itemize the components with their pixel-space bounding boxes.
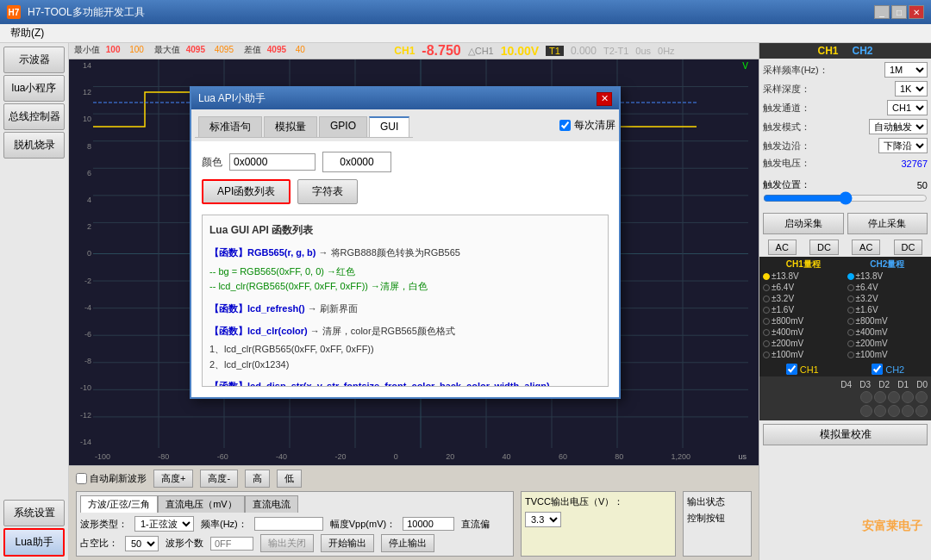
app-icon: H7 <box>7 5 21 19</box>
ac-button-ch1[interactable]: AC <box>768 240 797 255</box>
ch1-checkbox[interactable] <box>786 364 797 375</box>
lua-api-dialog: Lua API小助手 ✕ 标准语句 模拟量 GPIO GUI 每次清屏 颜色 <box>190 86 621 399</box>
dc-button-ch2[interactable]: DC <box>894 240 923 255</box>
close-button[interactable]: ✕ <box>909 5 924 19</box>
bottom-row1: 自动刷新波形 高度+ 高度- 高 低 <box>76 470 752 488</box>
sidebar: 示波器 lua小程序 总线控制器 脱机烧录 系统设置 Lua助手 <box>0 43 69 560</box>
minimize-button[interactable]: _ <box>874 5 890 19</box>
auto-refresh-checkbox[interactable] <box>76 473 87 484</box>
ch2-checkbox[interactable] <box>872 364 883 375</box>
start-acquire-button[interactable]: 启动采集 <box>763 213 844 234</box>
right-settings: 采样频率(Hz)： 1M500K100K 采样深度： 1K4K 触发通道： CH… <box>759 59 931 177</box>
menu-bar: 帮助(Z) <box>0 24 931 43</box>
sample-rate-select[interactable]: 1M500K100K <box>884 62 928 78</box>
modal-buttons: API函数列表 字符表 <box>202 179 609 204</box>
modal-tab-standard[interactable]: 标准语句 <box>198 116 262 137</box>
trigger-mode-select[interactable]: 自动触发 <box>869 119 928 134</box>
height-plus-button[interactable]: 高度+ <box>153 470 193 488</box>
modal-tabs: 标准语句 模拟量 GPIO GUI <box>195 113 413 138</box>
d1-dot-1 <box>902 391 914 403</box>
wave-tab-square[interactable]: 方波/正弦/三角 <box>80 495 158 513</box>
title-bar-text: H7-TOOL多功能开发工具 <box>28 5 867 20</box>
trigger-edge-select[interactable]: 下降沿上升沿 <box>878 138 928 153</box>
d3-dot-2 <box>874 405 886 417</box>
amplitude-input[interactable] <box>403 517 454 531</box>
sidebar-item-bus-control[interactable]: 总线控制器 <box>3 103 65 130</box>
x-axis-scale: -100 -80 -60 -40 -20 0 20 40 60 80 1,200… <box>93 448 748 465</box>
ac-button-ch2[interactable]: AC <box>852 240 880 255</box>
title-bar: H7 H7-TOOL多功能开发工具 _ □ ✕ <box>0 0 931 24</box>
sidebar-item-oscilloscope[interactable]: 示波器 <box>3 47 65 73</box>
title-bar-buttons: _ □ ✕ <box>874 5 924 19</box>
modal-tab-gui[interactable]: GUI <box>369 116 409 137</box>
modal-body: 颜色 0x0000 API函数列表 字符表 Lua GUI API 函数列表 【… <box>191 141 619 397</box>
sidebar-item-lua[interactable]: lua小程序 <box>3 75 65 102</box>
watermark: 安富莱电子 <box>862 519 922 534</box>
height-extra-button[interactable]: 低 <box>277 470 302 488</box>
modal-content-area: Lua GUI API 函数列表 【函数】RGB565(r, g, b) → 将… <box>202 215 609 387</box>
ch1-range-section: CH1量程 ±13.8V ±6.4V ±3.2V ±1.6V ±800mV ±4… <box>761 258 846 360</box>
digital-section: D4 D3 D2 D1 D0 <box>759 376 931 420</box>
stop-output-button[interactable]: 停止输出 <box>381 534 434 552</box>
d3-dot-1 <box>874 391 886 403</box>
digital-row-2 <box>763 405 928 417</box>
trigger-ch-select[interactable]: CH1CH2 <box>887 100 928 115</box>
stop-acquire-button[interactable]: 停止采集 <box>847 213 928 234</box>
wave-count-input[interactable] <box>210 537 253 551</box>
menu-help[interactable]: 帮助(Z) <box>3 24 51 42</box>
tvcc-select[interactable]: 3.3 <box>525 512 561 527</box>
wave-tab-dc-current[interactable]: 直流电流 <box>245 495 298 513</box>
right-panel: CH1 CH2 采样频率(Hz)： 1M500K100K 采样深度： 1K4K … <box>759 43 931 560</box>
start-output-button[interactable]: 开始输出 <box>321 534 374 552</box>
sidebar-item-system[interactable]: 系统设置 <box>3 500 65 526</box>
osc-info-bar: 最小值 100 100 最大值 4095 4095 差值 4095 40 CH1… <box>69 43 759 59</box>
d2-dot-2 <box>888 405 900 417</box>
ch2-range-section: CH2量程 ±13.8V ±6.4V ±3.2V ±1.6V ±800mV ±4… <box>846 258 930 360</box>
wave-type-select[interactable]: 1-正弦波 <box>134 516 194 532</box>
wave-tabs: 方波/正弦/三角 直流电压（mV） 直流电流 <box>80 495 509 513</box>
modal-tab-gpio[interactable]: GPIO <box>319 116 367 137</box>
ch-checkboxes: CH1 CH2 <box>759 362 931 376</box>
calibrate-button[interactable]: 模拟量校准 <box>763 424 928 445</box>
trigger-pos-section: 触发位置： 50 <box>759 177 931 209</box>
wave-tab-dc-voltage[interactable]: 直流电压（mV） <box>158 495 245 513</box>
duty-select[interactable]: 50 <box>125 536 159 551</box>
color-input[interactable] <box>229 153 316 171</box>
tvcc-section: TVCC输出电压（V）： 3.3 <box>521 491 676 557</box>
ch-ranges: CH1量程 ±13.8V ±6.4V ±3.2V ±1.6V ±800mV ±4… <box>759 257 931 362</box>
bottom-controls: 自动刷新波形 高度+ 高度- 高 低 方波/正弦/三角 直流电压（mV） 直流电… <box>69 465 759 560</box>
d0-dot-2 <box>915 405 928 417</box>
maximize-button[interactable]: □ <box>891 5 907 19</box>
modal-tab-analog[interactable]: 模拟量 <box>264 116 317 137</box>
d1-dot-2 <box>902 405 914 417</box>
y-axis-scale: 14 12 10 8 6 4 2 0 -2 -4 -6 -8 -10 -12 -… <box>69 59 93 448</box>
sample-depth-select[interactable]: 1K4K <box>895 81 928 96</box>
height-minus-button[interactable]: 高度- <box>200 470 238 488</box>
char-table-button[interactable]: 字符表 <box>297 179 358 204</box>
d4-dot-1 <box>860 391 872 403</box>
acdc-section: AC DC AC DC <box>759 238 931 257</box>
d0-dot-1 <box>915 391 928 403</box>
digital-row-1 <box>763 391 928 403</box>
modal-close-button[interactable]: ✕ <box>597 92 612 106</box>
freq-input[interactable] <box>254 517 323 531</box>
wave-gen-section: 方波/正弦/三角 直流电压（mV） 直流电流 波形类型： 1-正弦波 频率(Hz… <box>76 491 514 557</box>
output-state-section: 输出状态 控制按钮 <box>683 491 752 557</box>
ch-header: CH1 CH2 <box>759 43 931 59</box>
every-clear-checkbox[interactable] <box>559 120 571 131</box>
sidebar-item-offline[interactable]: 脱机烧录 <box>3 132 65 159</box>
modal-title: Lua API小助手 <box>198 91 266 106</box>
modal-titlebar: Lua API小助手 ✕ <box>191 88 619 109</box>
sidebar-item-lua-helper[interactable]: Lua助手 <box>3 528 65 557</box>
output-close-button[interactable]: 输出关闭 <box>260 534 314 552</box>
api-list-button[interactable]: API函数列表 <box>202 179 291 204</box>
d4-dot-2 <box>860 405 872 417</box>
start-stop-section: 启动采集 停止采集 <box>759 209 931 238</box>
trigger-pos-slider[interactable] <box>763 191 928 205</box>
height-low-button[interactable]: 高 <box>245 470 270 488</box>
dc-button-ch1[interactable]: DC <box>809 240 839 255</box>
color-preview: 0x0000 <box>322 152 391 172</box>
d2-dot-1 <box>888 391 900 403</box>
